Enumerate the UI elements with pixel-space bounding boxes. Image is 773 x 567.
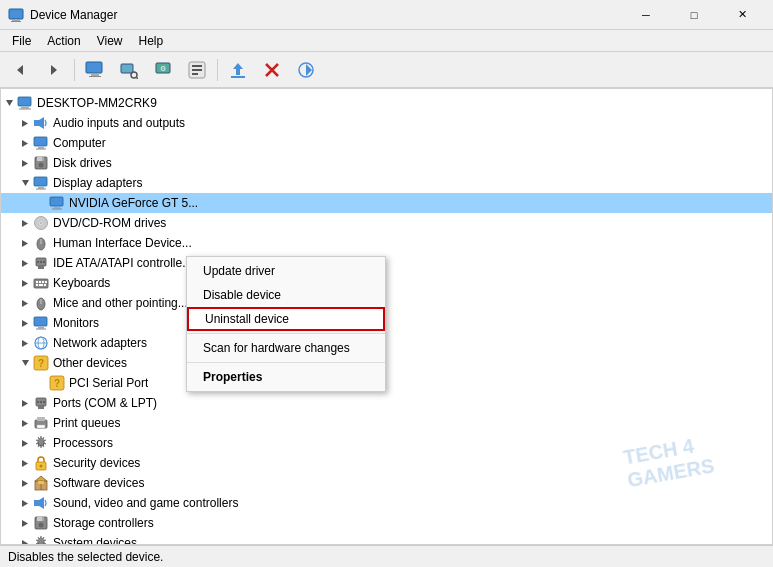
- tree-item-audio[interactable]: Audio inputs and outputs: [1, 113, 772, 133]
- context-menu-item-disable[interactable]: Disable device: [187, 283, 385, 307]
- window-controls: ─ □ ✕: [623, 0, 765, 30]
- svg-marker-104: [22, 500, 28, 507]
- tree-item-label: Display adapters: [53, 176, 142, 190]
- tree-toggle[interactable]: [17, 495, 33, 511]
- tree-toggle[interactable]: [17, 155, 33, 171]
- svg-marker-29: [39, 117, 44, 129]
- tree-toggle[interactable]: [17, 215, 33, 231]
- tree-item-label: Processors: [53, 436, 113, 450]
- svg-marker-34: [22, 160, 28, 167]
- tree-item-icon: [33, 335, 49, 351]
- tree-toggle[interactable]: [17, 435, 33, 451]
- tree-toggle[interactable]: [17, 255, 33, 271]
- svg-marker-71: [22, 320, 28, 327]
- tree-item-ide[interactable]: IDE ATA/ATAPI controlle...: [1, 253, 772, 273]
- svg-rect-32: [38, 147, 44, 149]
- svg-rect-67: [44, 284, 46, 286]
- tree-item-nvidia[interactable]: NVIDIA GeForce GT 5...: [1, 193, 772, 213]
- context-menu-item-scan[interactable]: Scan for hardware changes: [187, 336, 385, 360]
- toolbar-uninstall[interactable]: [256, 56, 288, 84]
- tree-item-icon: [33, 135, 49, 151]
- context-menu-item-uninstall[interactable]: Uninstall device: [187, 307, 385, 331]
- svg-marker-30: [22, 140, 28, 147]
- tree-item-label: IDE ATA/ATAPI controlle...: [53, 256, 192, 270]
- tree-item-software[interactable]: Software devices: [1, 473, 772, 493]
- svg-rect-14: [192, 65, 202, 67]
- tree-toggle[interactable]: [17, 135, 33, 151]
- toolbar-scan-changes[interactable]: [290, 56, 322, 84]
- tree-item-icon: [33, 115, 49, 131]
- window-title: Device Manager: [30, 8, 623, 22]
- tree-item-mice[interactable]: Mice and other pointing...: [1, 293, 772, 313]
- tree-item-icon: [33, 255, 49, 271]
- tree-item-network[interactable]: Network adapters: [1, 333, 772, 353]
- tree-item-system[interactable]: System devices: [1, 533, 772, 545]
- tree-toggle: [33, 375, 49, 391]
- svg-rect-60: [34, 279, 48, 288]
- toolbar-forward[interactable]: [38, 56, 70, 84]
- toolbar-install[interactable]: [222, 56, 254, 84]
- device-tree[interactable]: DESKTOP-MM2CRK9Audio inputs and outputsC…: [0, 88, 773, 545]
- tree-toggle[interactable]: [17, 415, 33, 431]
- tree-toggle[interactable]: [1, 95, 17, 111]
- svg-rect-55: [38, 266, 44, 269]
- tree-item-display[interactable]: Display adapters: [1, 173, 772, 193]
- tree-item-processors[interactable]: Processors: [1, 433, 772, 453]
- toolbar-properties[interactable]: [181, 56, 213, 84]
- svg-line-10: [137, 77, 139, 79]
- tree-toggle[interactable]: [17, 295, 33, 311]
- tree-toggle[interactable]: [17, 355, 33, 371]
- svg-marker-53: [22, 260, 28, 267]
- svg-rect-41: [38, 187, 44, 189]
- menu-help[interactable]: Help: [131, 32, 172, 50]
- tree-item-label: NVIDIA GeForce GT 5...: [69, 196, 198, 210]
- tree-item-label: System devices: [53, 536, 137, 545]
- tree-toggle[interactable]: [17, 315, 33, 331]
- tree-toggle[interactable]: [17, 175, 33, 191]
- tree-item-monitors[interactable]: Monitors: [1, 313, 772, 333]
- tree-item-dvd[interactable]: DVD/CD-ROM drives: [1, 213, 772, 233]
- tree-item-hid[interactable]: Human Interface Device...: [1, 233, 772, 253]
- tree-item-storage[interactable]: Storage controllers: [1, 513, 772, 533]
- svg-point-111: [39, 523, 44, 528]
- close-button[interactable]: ✕: [719, 0, 765, 30]
- tree-item-pci[interactable]: ?PCI Serial Port: [1, 373, 772, 393]
- tree-item-print[interactable]: Print queues: [1, 413, 772, 433]
- svg-rect-37: [42, 157, 44, 161]
- tree-toggle[interactable]: [17, 475, 33, 491]
- tree-toggle[interactable]: [17, 335, 33, 351]
- tree-item-computer[interactable]: Computer: [1, 133, 772, 153]
- svg-marker-84: [22, 400, 28, 407]
- tree-toggle[interactable]: [17, 535, 33, 545]
- tree-toggle[interactable]: [17, 515, 33, 531]
- tree-item-icon: [33, 415, 49, 431]
- menu-view[interactable]: View: [89, 32, 131, 50]
- svg-rect-33: [36, 149, 46, 150]
- context-menu-item-update[interactable]: Update driver: [187, 259, 385, 283]
- toolbar-computer[interactable]: [79, 56, 111, 84]
- toolbar-scan[interactable]: [113, 56, 145, 84]
- tree-toggle[interactable]: [17, 395, 33, 411]
- tree-item-other[interactable]: ?Other devices: [1, 353, 772, 373]
- tree-item-ports[interactable]: Ports (COM & LPT): [1, 393, 772, 413]
- tree-toggle[interactable]: [17, 235, 33, 251]
- maximize-button[interactable]: □: [671, 0, 717, 30]
- toolbar-update[interactable]: ⚙: [147, 56, 179, 84]
- tree-item-root[interactable]: DESKTOP-MM2CRK9: [1, 93, 772, 113]
- tree-item-sound[interactable]: Sound, video and game controllers: [1, 493, 772, 513]
- main-content: DESKTOP-MM2CRK9Audio inputs and outputsC…: [0, 88, 773, 545]
- tree-toggle[interactable]: [17, 455, 33, 471]
- toolbar-back[interactable]: [4, 56, 36, 84]
- svg-rect-7: [89, 76, 101, 77]
- context-menu-item-props[interactable]: Properties: [187, 365, 385, 389]
- menu-file[interactable]: File: [4, 32, 39, 50]
- tree-toggle[interactable]: [17, 115, 33, 131]
- minimize-button[interactable]: ─: [623, 0, 669, 30]
- menu-action[interactable]: Action: [39, 32, 88, 50]
- tree-item-disk[interactable]: Disk drives: [1, 153, 772, 173]
- status-bar: Disables the selected device.: [0, 545, 773, 567]
- tree-item-security[interactable]: Security devices: [1, 453, 772, 473]
- tree-item-keyboards[interactable]: Keyboards: [1, 273, 772, 293]
- tree-toggle[interactable]: [17, 275, 33, 291]
- svg-marker-96: [22, 460, 28, 467]
